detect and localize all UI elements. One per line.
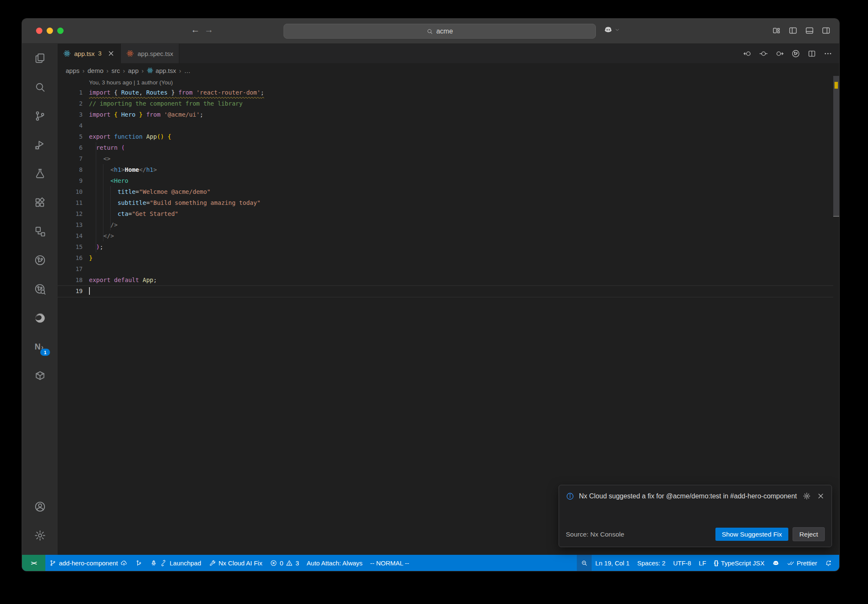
sidebar-item-pipeline[interactable]	[22, 246, 58, 274]
code-editor[interactable]: You, 3 hours ago | 1 author (You) 1impor…	[58, 78, 839, 555]
close-window-button[interactable]	[36, 28, 42, 34]
codelens-blame[interactable]: You, 3 hours ago | 1 author (You)	[89, 78, 173, 87]
sidebar-item-source-control[interactable]	[22, 101, 58, 130]
status-indentation[interactable]: Spaces: 2	[633, 555, 669, 571]
sidebar-item-nx-console[interactable]: N›1	[22, 332, 58, 361]
tab-close-icon[interactable]	[107, 50, 115, 57]
status-launchpad[interactable]: Launchpad	[146, 555, 205, 571]
sidebar-item-accounts[interactable]	[22, 492, 58, 521]
layout-sidebar-right-icon[interactable]	[821, 26, 831, 35]
code-text: export default App;	[89, 274, 157, 285]
sidebar-item-explorer[interactable]	[22, 44, 58, 73]
navigate-forward-button[interactable]: →	[203, 25, 215, 35]
more-icon[interactable]	[823, 49, 832, 58]
code-text: </>	[89, 230, 114, 241]
sidebar-item-edge-browser[interactable]	[22, 303, 58, 332]
code-line-12[interactable]: 12 cta="Get Started"	[58, 208, 833, 219]
breadcrumb-item-[interactable]: …	[184, 67, 190, 74]
code-text: );	[89, 241, 103, 252]
search-value: acme	[436, 28, 453, 35]
run-circle-icon[interactable]	[791, 49, 800, 58]
code-line-9[interactable]: 9 <Hero	[58, 175, 833, 186]
sidebar-item-manage[interactable]	[22, 521, 58, 550]
code-line-4[interactable]: 4	[58, 120, 833, 131]
line-number: 18	[58, 274, 83, 285]
breadcrumb-separator: ›	[142, 67, 144, 74]
copilot-menu-button[interactable]	[604, 25, 620, 34]
status-auto-attach[interactable]: Auto Attach: Always	[303, 555, 367, 571]
command-center-search[interactable]: acme	[284, 24, 596, 39]
sidebar-item-run-and-debug[interactable]	[22, 130, 58, 159]
code-line-5[interactable]: 5export function App() {	[58, 131, 833, 142]
code-line-2[interactable]: 2// importing the component from the lib…	[58, 98, 833, 109]
code-line-18[interactable]: 18export default App;	[58, 274, 833, 285]
scrollbar-thumb[interactable]	[833, 76, 839, 217]
breadcrumb-item-app.tsx[interactable]: app.tsx	[147, 67, 176, 74]
status-language-mode[interactable]: {}TypeScript JSX	[710, 555, 768, 571]
git-branch-icon	[49, 559, 56, 567]
show-suggested-fix-button[interactable]: Show Suggested Fix	[715, 528, 788, 541]
code-line-14[interactable]: 14 </>	[58, 230, 833, 241]
prev-change-icon[interactable]	[743, 49, 752, 58]
testing-icon	[34, 168, 46, 180]
breadcrumb-separator: ›	[179, 67, 181, 74]
sidebar-item-extensions[interactable]	[22, 188, 58, 217]
breadcrumb-item-apps[interactable]: apps	[66, 67, 80, 74]
code-line-19[interactable]: 19	[58, 285, 833, 296]
status-formatter[interactable]: Prettier	[783, 555, 821, 571]
status-remote-indicator[interactable]: ><	[22, 555, 45, 571]
status-git-branch[interactable]: add-hero-component	[45, 555, 131, 571]
code-line-7[interactable]: 7 <>	[58, 153, 833, 164]
sidebar-item-project-structure[interactable]	[22, 217, 58, 246]
status-vim-mode[interactable]: -- NORMAL --	[366, 555, 413, 571]
line-number: 11	[58, 197, 83, 208]
breadcrumb-item-app[interactable]: app	[128, 67, 139, 74]
navigate-back-button[interactable]: ←	[189, 25, 201, 35]
status-cursor-position[interactable]: Ln 19, Col 1	[592, 555, 634, 571]
code-line-6[interactable]: 6 return (	[58, 142, 833, 153]
code-line-15[interactable]: 15 );	[58, 241, 833, 252]
minimize-window-button[interactable]	[47, 28, 53, 34]
reject-button[interactable]: Reject	[793, 527, 825, 541]
run-debug-icon	[34, 139, 46, 151]
customize-layout-icon[interactable]	[772, 26, 781, 35]
code-text: />	[89, 219, 117, 230]
change-icon[interactable]	[759, 49, 768, 58]
status-git-graph[interactable]	[131, 555, 146, 571]
status-encoding[interactable]: UTF-8	[669, 555, 695, 571]
line-number: 15	[58, 241, 83, 252]
sidebar-item-search[interactable]	[22, 73, 58, 101]
warning-icon	[286, 559, 293, 567]
sidebar-item-pipeline-search[interactable]	[22, 274, 58, 303]
braces-icon: {}	[714, 559, 718, 566]
status-copilot-status[interactable]	[768, 555, 783, 571]
source-control-icon	[34, 110, 46, 122]
code-line-16[interactable]: 16}	[58, 252, 833, 263]
code-text: <Hero	[89, 175, 128, 186]
tab-app.spec.tsx[interactable]: app.spec.tsx	[121, 44, 179, 63]
code-line-3[interactable]: 3import { Hero } from '@acme/ui';	[58, 109, 833, 120]
zoom-window-button[interactable]	[57, 28, 64, 34]
breadcrumb-item-demo[interactable]: demo	[88, 67, 104, 74]
sidebar-item-containers[interactable]	[22, 361, 58, 390]
breadcrumb-item-src[interactable]: src	[111, 67, 120, 74]
code-line-13[interactable]: 13 />	[58, 219, 833, 230]
status-nx-cloud-ai-fix[interactable]: Nx Cloud AI Fix	[205, 555, 266, 571]
code-line-1[interactable]: 1import { Route, Routes } from 'react-ro…	[58, 87, 833, 98]
code-line-17[interactable]: 17	[58, 263, 833, 274]
status-notifications-bell[interactable]	[821, 555, 836, 571]
status-zoom-indicator[interactable]	[577, 555, 592, 571]
notification-settings-gear-icon[interactable]	[803, 492, 811, 500]
sidebar-item-testing[interactable]	[22, 159, 58, 188]
code-line-11[interactable]: 11 subtitle="Build something amazing tod…	[58, 197, 833, 208]
status-eol[interactable]: LF	[695, 555, 710, 571]
layout-sidebar-left-icon[interactable]	[788, 26, 798, 35]
code-line-8[interactable]: 8 <h1>Home</h1>	[58, 164, 833, 175]
layout-panel-icon[interactable]	[805, 26, 814, 35]
next-change-icon[interactable]	[775, 49, 784, 58]
status-problems[interactable]: 03	[266, 555, 303, 571]
notification-close-icon[interactable]	[817, 492, 825, 500]
tab-app.tsx[interactable]: app.tsx3	[58, 44, 121, 63]
code-line-10[interactable]: 10 title="Welcmoe @acme/demo"	[58, 186, 833, 197]
split-editor-icon[interactable]	[807, 49, 816, 58]
